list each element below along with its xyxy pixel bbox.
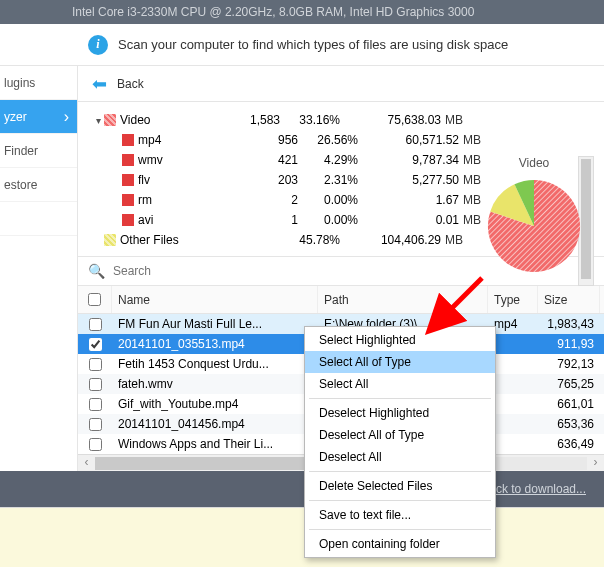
- header-checkbox[interactable]: [78, 286, 112, 313]
- sidebar-item[interactable]: yzer: [0, 100, 77, 134]
- info-bar: i Scan your computer to find which types…: [0, 24, 604, 66]
- footer-bar: ick to download...: [0, 471, 604, 507]
- cell-size: 661,01: [538, 397, 600, 411]
- row-checkbox[interactable]: [89, 358, 102, 371]
- context-menu-item[interactable]: Delete Selected Files: [305, 475, 495, 497]
- back-label[interactable]: Back: [117, 77, 144, 91]
- tree-row[interactable]: mp495626.56%60,571.52MB: [78, 130, 604, 150]
- header-name[interactable]: Name: [112, 286, 318, 313]
- cell-name: FM Fun Aur Masti Full Le...: [112, 317, 318, 331]
- bottom-strip: [0, 507, 604, 567]
- context-menu-item[interactable]: Deselect Highlighted: [305, 402, 495, 424]
- context-menu-item[interactable]: Open containing folder: [305, 533, 495, 555]
- context-menu-separator: [309, 398, 491, 399]
- row-checkbox[interactable]: [89, 398, 102, 411]
- scroll-right-icon[interactable]: ›: [587, 455, 604, 472]
- cell-size: 653,36: [538, 417, 600, 431]
- cell-size: 636,49: [538, 437, 600, 451]
- cell-name: Windows Apps and Their Li...: [112, 437, 318, 451]
- info-icon: i: [88, 35, 108, 55]
- color-swatch: [122, 154, 134, 166]
- context-menu-item[interactable]: Select All of Type: [305, 351, 495, 373]
- cell-size: 1,983,43: [538, 317, 600, 331]
- cell-size: 911,93: [538, 337, 600, 351]
- sidebar-item[interactable]: Finder: [0, 134, 77, 168]
- row-checkbox[interactable]: [89, 438, 102, 451]
- back-row: ⬅ Back: [78, 66, 604, 102]
- color-swatch: [122, 214, 134, 226]
- back-arrow-icon[interactable]: ⬅: [92, 73, 107, 95]
- context-menu-separator: [309, 471, 491, 472]
- download-link[interactable]: ick to download...: [493, 482, 586, 496]
- tree-row[interactable]: ▾Video1,58333.16%75,638.03MB: [78, 110, 604, 130]
- system-info: Intel Core i3-2330M CPU @ 2.20GHz, 8.0GB…: [72, 5, 474, 19]
- context-menu: Select HighlightedSelect All of TypeSele…: [304, 326, 496, 558]
- cell-size: 765,25: [538, 377, 600, 391]
- pie-chart-panel: Video: [474, 156, 594, 277]
- color-swatch: [122, 134, 134, 146]
- sidebar-item[interactable]: estore: [0, 168, 77, 202]
- color-swatch: [104, 114, 116, 126]
- color-swatch: [104, 234, 116, 246]
- row-checkbox[interactable]: [89, 318, 102, 331]
- search-icon: 🔍: [88, 263, 105, 279]
- cell-name: fateh.wmv: [112, 377, 318, 391]
- table-header: Name Path Type Size: [78, 286, 604, 314]
- sidebar-item[interactable]: lugins: [0, 66, 77, 100]
- row-checkbox[interactable]: [89, 378, 102, 391]
- context-menu-item[interactable]: Deselect All: [305, 446, 495, 468]
- context-menu-item[interactable]: Select All: [305, 373, 495, 395]
- scroll-left-icon[interactable]: ‹: [78, 455, 95, 472]
- pie-label: Video: [474, 156, 594, 170]
- cell-name: Gif_with_Youtube.mp4: [112, 397, 318, 411]
- header-type[interactable]: Type: [488, 286, 538, 313]
- cell-size: 792,13: [538, 357, 600, 371]
- header-path[interactable]: Path: [318, 286, 488, 313]
- info-text: Scan your computer to find which types o…: [118, 37, 508, 52]
- context-menu-item[interactable]: Select Highlighted: [305, 329, 495, 351]
- color-swatch: [122, 194, 134, 206]
- cell-name: 20141101_041456.mp4: [112, 417, 318, 431]
- context-menu-item[interactable]: Save to text file...: [305, 504, 495, 526]
- cell-name: 20141101_035513.mp4: [112, 337, 318, 351]
- row-checkbox[interactable]: [89, 418, 102, 431]
- color-swatch: [122, 174, 134, 186]
- cell-name: Fetih 1453 Conquest Urdu...: [112, 357, 318, 371]
- sidebar: luginsyzerFinderestore: [0, 66, 78, 471]
- row-checkbox[interactable]: [89, 338, 102, 351]
- context-menu-separator: [309, 500, 491, 501]
- sidebar-item[interactable]: [0, 202, 77, 236]
- title-bar: Intel Core i3-2330M CPU @ 2.20GHz, 8.0GB…: [0, 0, 604, 24]
- context-menu-separator: [309, 529, 491, 530]
- header-size[interactable]: Size: [538, 286, 600, 313]
- pie-chart: [486, 178, 582, 274]
- context-menu-item[interactable]: Deselect All of Type: [305, 424, 495, 446]
